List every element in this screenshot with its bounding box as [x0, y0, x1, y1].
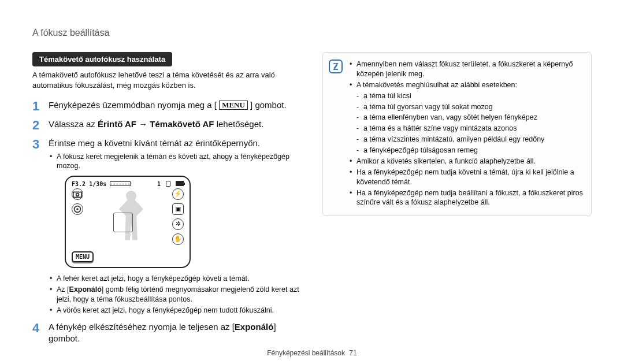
step-number: 4	[32, 321, 43, 335]
step3-sub: A fókusz keret megjelenik a témán és köv…	[50, 152, 302, 172]
note-item: Ha a fényképezőgép nem tudja követni a t…	[350, 168, 583, 187]
note-item: a téma és a háttér színe vagy mintázata …	[350, 124, 583, 133]
header-title: A fókusz beállítása	[32, 28, 109, 38]
note-box: Amennyiben nem választ fókusz területet,…	[322, 52, 592, 216]
step-3: 3 Érintse meg a követni kívánt témát az …	[32, 138, 302, 320]
sd-card-icon	[166, 181, 170, 187]
step2-bold-1: Érintő AF	[98, 119, 136, 129]
lcd-shutter: 1/30s	[89, 181, 106, 187]
step3-after-bullets: A fehér keret azt jelzi, hogy a fényképe…	[49, 274, 302, 315]
step-number: 3	[32, 138, 43, 151]
step-2: 2 Válassza az Érintő AF → Témakövető AF …	[32, 118, 302, 132]
page-footer: Fényképezési beállítások 71	[0, 349, 624, 357]
exposure-comp-icon	[110, 181, 131, 186]
step-4: 4 A fénykép elkészítéséhez nyomja le tel…	[32, 321, 302, 345]
step-1: 1 Fényképezés üzemmódban nyomja meg a [ …	[32, 99, 302, 113]
step1-text-b: ] gombot.	[250, 100, 287, 110]
note-item: a téma vízszintes mintázatú, amilyen pél…	[350, 135, 583, 144]
page-header: A fókusz beállítása	[32, 28, 592, 38]
stabilizer-icon: ✋	[172, 233, 184, 245]
menu-button-inline: MENU	[219, 101, 248, 110]
step4-bold: Exponáló	[235, 322, 274, 332]
step-number: 2	[32, 118, 43, 132]
note-item: A témakövetés meghiúsulhat az alábbi ese…	[350, 80, 583, 90]
lcd-aperture: F3.2	[72, 181, 86, 187]
note-item: Amikor a követés sikertelen, a funkció a…	[350, 157, 583, 166]
footer-section: Fényképezési beállítások	[267, 349, 345, 357]
list-item: A fehér keret azt jelzi, hogy a fényképe…	[50, 274, 302, 284]
step4-text-a: A fénykép elkészítéséhez nyomja le telje…	[49, 322, 235, 332]
note-item: Ha a fényképezőgép nem tudja beállítani …	[350, 188, 583, 208]
note-item: a fényképezőgép túlságosan remeg	[350, 146, 583, 155]
step3-text: Érintse meg a követni kívánt témát az ér…	[49, 138, 260, 148]
step2-text-a: Válassza az	[49, 119, 98, 129]
mode-icon	[72, 188, 83, 200]
section-intro: A témakövető autofókusz lehetővé teszi a…	[32, 70, 302, 90]
note-item: a téma túl kicsi	[350, 91, 583, 101]
metering-icon: ▣	[172, 203, 184, 215]
step2-text-e: lehetőséget.	[214, 119, 263, 129]
svg-point-1	[76, 193, 79, 196]
note-item: Amennyiben nem választ fókusz területet,…	[350, 60, 583, 79]
battery-icon	[176, 181, 184, 186]
list-item: Az [Exponáló] gomb félig történő megnyom…	[50, 285, 302, 304]
left-column: Témakövető autofókusz használata A témak…	[32, 52, 302, 350]
flash-icon: ⚡	[172, 188, 184, 200]
note-item: a téma túl gyorsan vagy túl sokat mozog	[350, 102, 583, 112]
timer-icon: ✲	[172, 218, 184, 230]
camera-lcd: F3.2 1/30s 1	[65, 176, 191, 268]
right-column: Amennyiben nem választ fókusz területet,…	[322, 52, 592, 350]
step-number: 1	[32, 99, 43, 113]
footer-page-number: 71	[349, 349, 356, 357]
step1-text-a: Fényképezés üzemmódban nyomja meg a [	[49, 100, 217, 110]
list-item: A vörös keret azt jelzi, hogy a fényképe…	[50, 306, 302, 315]
step2-arrow: →	[136, 119, 150, 129]
focus-frame	[113, 213, 133, 232]
note-item: a téma ellenfényben van, vagy sötét hely…	[350, 113, 583, 122]
lcd-shots: 1	[157, 181, 161, 187]
step2-bold-2: Témakövető AF	[150, 119, 214, 129]
svg-point-3	[76, 208, 79, 210]
lcd-menu-button: MENU	[72, 251, 94, 263]
note-icon	[329, 60, 343, 73]
section-title: Témakövető autofókusz használata	[32, 52, 172, 66]
target-icon	[72, 203, 83, 215]
